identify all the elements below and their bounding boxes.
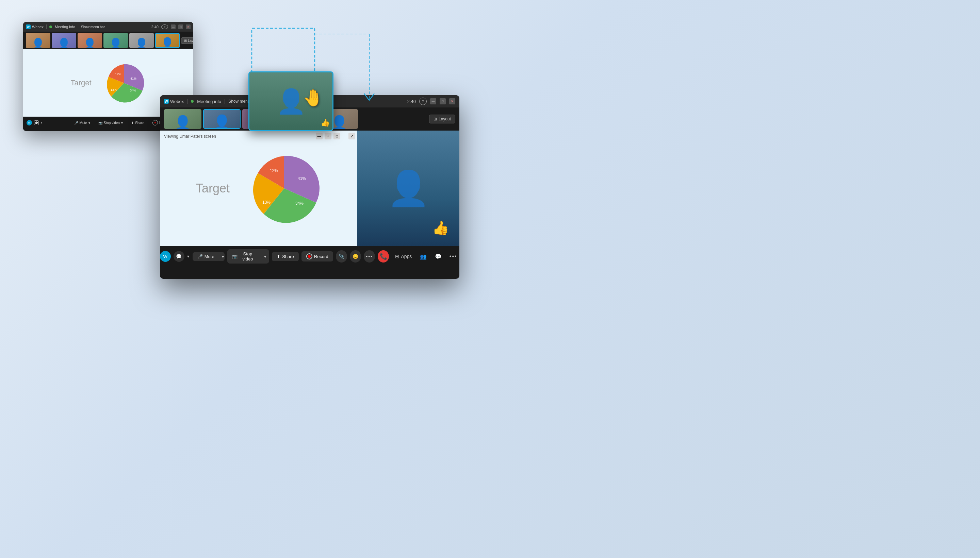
large-video-group: 📷 Stop video ▾ bbox=[227, 249, 270, 264]
large-apps-btn[interactable]: ⊞ Apps bbox=[392, 252, 414, 261]
small-maximize-btn[interactable]: □ bbox=[178, 25, 183, 29]
small-mute-label: Mute bbox=[80, 121, 87, 125]
floating-thumbs-up: 👍 bbox=[321, 118, 330, 127]
large-webcam-person: 👤 👍 bbox=[357, 131, 459, 246]
small-mute-btn[interactable]: 🎤 Mute ▾ bbox=[71, 120, 93, 126]
thumb-face-4: 👤 bbox=[104, 33, 128, 48]
large-help-icon[interactable]: ? bbox=[419, 98, 427, 105]
more-icon: ••• bbox=[366, 254, 373, 259]
svg-text:13%: 13% bbox=[110, 88, 117, 92]
small-record-icon-circle: ⏺ bbox=[153, 120, 158, 125]
small-help-icon[interactable]: ? bbox=[161, 25, 168, 29]
small-close-btn[interactable]: ✕ bbox=[186, 25, 191, 29]
small-chevron[interactable]: ▾ bbox=[41, 121, 42, 125]
large-message-btn[interactable]: 💬 bbox=[432, 250, 444, 263]
small-webex-logo: W Webex bbox=[26, 25, 44, 29]
large-person-icon: 👤 bbox=[387, 168, 430, 208]
large-webex-status-btn[interactable]: W bbox=[160, 251, 171, 262]
small-webex-status-icon: W bbox=[26, 120, 32, 125]
svg-text:34%: 34% bbox=[295, 201, 304, 206]
small-stop-video-label: Stop video bbox=[104, 121, 120, 125]
cursor-hand: 🤚 bbox=[303, 89, 323, 107]
large-apps-icon: ⊞ bbox=[395, 254, 399, 259]
large-reactions-btn[interactable]: 😊 bbox=[350, 250, 361, 263]
large-layout-btn[interactable]: ⊞ Layout bbox=[429, 115, 455, 123]
svg-text:41%: 41% bbox=[298, 176, 306, 181]
small-meeting-info[interactable]: Meeting info bbox=[55, 25, 75, 29]
end-call-icon: 📞 bbox=[380, 253, 387, 260]
thumb-face-6: 👤 bbox=[156, 34, 179, 47]
small-thumb-6-active[interactable]: 👤 bbox=[155, 33, 180, 48]
thumb-face-5: 👤 bbox=[129, 33, 154, 48]
large-maximize-btn[interactable]: □ bbox=[440, 98, 446, 104]
reactions-icon: 😊 bbox=[352, 254, 358, 259]
large-time: 2:40 bbox=[407, 99, 416, 104]
small-title-bar: W Webex Meeting info Show menu bar 2:40 … bbox=[23, 22, 193, 32]
large-minimize-btn[interactable]: — bbox=[430, 98, 436, 104]
zoom-fit-btn[interactable]: ⊡ bbox=[334, 133, 340, 140]
small-thumb-1[interactable]: 👤 bbox=[26, 33, 50, 48]
person-silhouette-4: 👤 bbox=[109, 38, 123, 48]
thumb-face-3: 👤 bbox=[77, 33, 102, 48]
large-more-btn[interactable]: ••• bbox=[364, 250, 375, 263]
large-share-controls: ⤢ bbox=[349, 133, 355, 140]
large-record-btn[interactable]: Record bbox=[301, 251, 333, 261]
large-thumb-1[interactable]: 👤 bbox=[164, 109, 201, 129]
small-record-dot: ⏺ bbox=[154, 122, 156, 124]
large-record-dot bbox=[308, 255, 311, 258]
expand-btn[interactable]: ⤢ bbox=[349, 133, 355, 140]
large-chat-btn[interactable]: 💬 bbox=[174, 251, 184, 262]
small-mute-chevron: ▾ bbox=[89, 121, 90, 125]
small-show-menu-bar[interactable]: Show menu bar bbox=[81, 25, 105, 29]
person-silhouette-3: 👤 bbox=[83, 38, 97, 48]
large-video-chevron-btn[interactable]: ▾ bbox=[261, 252, 269, 261]
large-stop-video-btn[interactable]: 📷 Stop video bbox=[227, 249, 261, 264]
small-recording-dot bbox=[49, 26, 52, 28]
layout-label-small: Layout bbox=[188, 39, 193, 43]
small-share-btn[interactable]: ⬆ Share bbox=[128, 120, 147, 126]
small-thumb-5[interactable]: 👤 bbox=[129, 33, 154, 48]
large-record-label: Record bbox=[314, 254, 328, 259]
large-webex-icon: W bbox=[164, 99, 169, 104]
small-share-label: Share bbox=[135, 121, 144, 125]
small-thumb-3[interactable]: 👤 bbox=[77, 33, 102, 48]
svg-text:13%: 13% bbox=[262, 200, 271, 205]
small-thumb-2[interactable]: 👤 bbox=[52, 33, 76, 48]
large-close-btn[interactable]: ✕ bbox=[449, 98, 455, 104]
large-toolbar: W 💬 ▾ 🎤 Mute ▾ 📷 Stop video bbox=[160, 246, 459, 267]
small-title-sep2 bbox=[78, 25, 78, 29]
large-thumb-2-active[interactable]: 👤 bbox=[203, 109, 240, 129]
large-options-btn[interactable]: ••• bbox=[447, 250, 459, 263]
small-chat-icon[interactable]: 💬 bbox=[34, 120, 39, 125]
large-mic-icon: 🎤 bbox=[197, 254, 203, 259]
large-mute-btn[interactable]: 🎤 Mute bbox=[192, 252, 219, 261]
large-paperclip-btn[interactable]: 📎 bbox=[336, 250, 347, 263]
large-message-icon: 💬 bbox=[435, 253, 442, 260]
person-silhouette-6: 👤 bbox=[161, 38, 174, 47]
large-presentation-section: Viewing Umar Patel's screen — + ⊡ ⤢ Targ… bbox=[160, 131, 357, 246]
large-person-sil-1: 👤 bbox=[174, 116, 192, 129]
large-options-icon: ••• bbox=[449, 253, 457, 259]
large-pie-chart-container: Target 41% 34% 13% 12% bbox=[189, 144, 328, 233]
large-people-btn[interactable]: 👥 bbox=[417, 250, 429, 263]
large-left-chevron[interactable]: ▾ bbox=[187, 254, 189, 259]
small-minimize-btn[interactable]: — bbox=[171, 25, 176, 29]
zoom-out-btn[interactable]: — bbox=[316, 133, 322, 140]
large-mute-label: Mute bbox=[204, 254, 214, 259]
svg-text:12%: 12% bbox=[270, 168, 278, 173]
small-thumb-4[interactable]: 👤 bbox=[104, 33, 128, 48]
small-layout-btn[interactable]: ⊞ Layout bbox=[181, 38, 193, 44]
small-stop-video-btn[interactable]: 📷 Stop video ▾ bbox=[95, 120, 125, 126]
person-silhouette-2: 👤 bbox=[57, 38, 71, 48]
large-meeting-info[interactable]: Meeting info bbox=[197, 99, 221, 104]
small-webex-label: Webex bbox=[32, 25, 44, 29]
large-people-icon: 👥 bbox=[420, 253, 427, 260]
zoom-in-btn[interactable]: + bbox=[325, 133, 331, 140]
large-mute-chevron-btn[interactable]: ▾ bbox=[219, 252, 225, 261]
large-share-btn[interactable]: ⬆ Share bbox=[272, 252, 299, 261]
thumbs-up-indicator: 👍 bbox=[432, 220, 449, 236]
svg-text:12%: 12% bbox=[115, 72, 121, 76]
small-time: 2:40 bbox=[151, 25, 159, 29]
large-end-call-btn[interactable]: 📞 bbox=[378, 250, 389, 263]
webex-icon: W bbox=[26, 25, 31, 29]
